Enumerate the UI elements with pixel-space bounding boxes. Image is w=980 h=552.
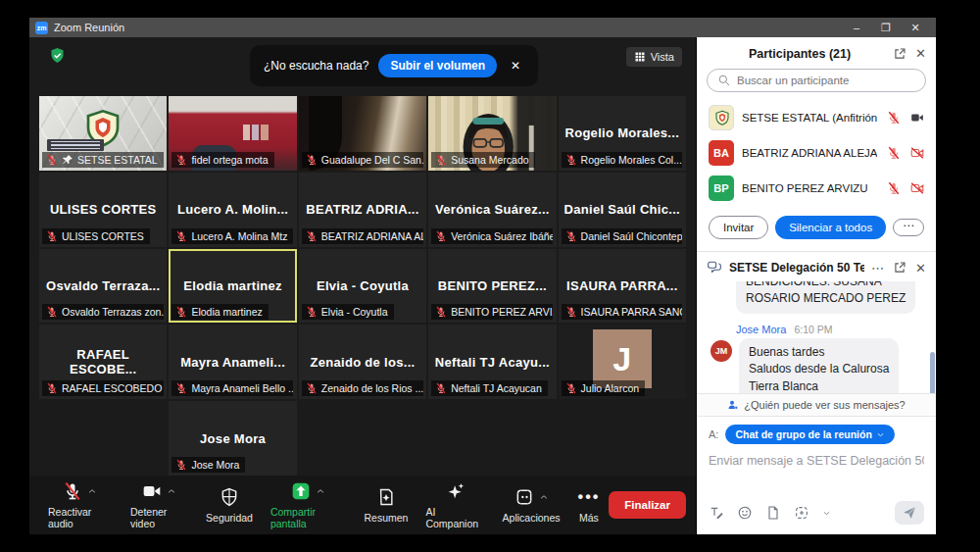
- close-participants-icon[interactable]: ✕: [915, 46, 926, 61]
- sparkle-icon: [446, 481, 466, 501]
- screenshot-icon[interactable]: [794, 505, 809, 521]
- mic-muted-icon: [887, 181, 901, 195]
- setse-logo: [714, 110, 730, 125]
- mic-muted-icon: [435, 306, 447, 318]
- notification-close-icon[interactable]: ✕: [507, 59, 524, 73]
- video-tile-elodia-active-speaker[interactable]: Elodia martinez Elodia martinez: [169, 249, 296, 324]
- end-meeting-button[interactable]: Finalizar: [609, 491, 686, 519]
- participant-row-setse[interactable]: SETSE ESTATAL (Anfitrión, yo): [705, 100, 928, 135]
- video-tile-fidel[interactable]: fidel ortega mota: [169, 96, 296, 171]
- video-tile-susana[interactable]: Susana Mercado: [428, 96, 556, 171]
- chat-recipient-selector[interactable]: Chat de grupo de la reunión: [725, 425, 894, 444]
- close-chat-icon[interactable]: ✕: [915, 261, 926, 276]
- restore-button[interactable]: ❐: [871, 22, 901, 34]
- video-tile-daniel[interactable]: Daniel Saúl Chic... Daniel Saúl Chiconte…: [559, 173, 686, 247]
- side-panel: Participantes (21) ✕ SETSE ESTA: [696, 37, 936, 534]
- avatar: BP: [709, 176, 734, 201]
- participant-search[interactable]: [707, 69, 926, 92]
- camera-on-icon: [910, 111, 924, 125]
- mic-muted-icon: [175, 154, 187, 166]
- video-tile-rogelio[interactable]: Rogelio Morales... Rogelio Morales Col..…: [559, 96, 686, 171]
- chat-privacy-note[interactable]: ¿Quién puede ver sus mensajes?: [697, 393, 936, 417]
- view-button[interactable]: Vista: [626, 47, 682, 67]
- tile-label: ISAURA PARRA SANC...: [562, 304, 683, 320]
- tile-label: RAFAEL ESCOBEDO (P...: [42, 380, 164, 396]
- tile-label: Verónica Suárez Ibáñez: [431, 228, 553, 244]
- send-icon: [902, 505, 917, 521]
- mute-all-button[interactable]: Silenciar a todos: [775, 216, 886, 239]
- tile-label: Jose Mora: [172, 457, 245, 473]
- popout-icon[interactable]: [893, 261, 906, 275]
- popout-icon[interactable]: [893, 47, 906, 61]
- apps-button[interactable]: Aplicaciones: [494, 486, 569, 524]
- to-label: A:: [709, 428, 718, 440]
- participants-title: Participantes (21): [707, 47, 893, 61]
- mic-muted-icon: [63, 481, 82, 501]
- video-tile-guadalupe[interactable]: Guadalupe Del C San...: [299, 96, 426, 171]
- chat-section: SETSE Delegación 50 Teleb... ⋯ ✕ BENDICI…: [697, 252, 936, 534]
- share-screen-icon: [291, 481, 311, 501]
- mic-muted-icon: [565, 382, 577, 394]
- video-tile-setse-estatal[interactable]: SETSE ESTATAL: [39, 96, 167, 171]
- more-options-button[interactable]: ⋯: [893, 219, 924, 236]
- video-tile-isaura[interactable]: ISAURA PARRA... ISAURA PARRA SANC...: [559, 249, 686, 324]
- search-input[interactable]: [737, 75, 915, 86]
- close-button[interactable]: ✕: [901, 22, 930, 34]
- chat-more-icon[interactable]: ⋯: [871, 261, 884, 276]
- attach-file-icon[interactable]: [765, 505, 781, 521]
- chat-bubbles-icon: [707, 260, 722, 276]
- send-button[interactable]: [895, 501, 924, 525]
- participant-row-beatriz[interactable]: BA BEATRIZ ADRIANA ALEJANDRE: [705, 135, 928, 171]
- chat-messages[interactable]: BENDICIONES: SUSANA ROSARIO MERCADO PERE…: [697, 281, 936, 393]
- chevron-up-icon[interactable]: [316, 486, 325, 496]
- video-tile-zenaido[interactable]: Zenaido de los... Zenaido de los Rios ..…: [299, 325, 426, 399]
- camera-icon: [142, 481, 162, 501]
- chevron-down-icon: [876, 430, 885, 439]
- meeting-security-shield-icon[interactable]: [49, 47, 66, 64]
- video-tile-julio[interactable]: J Julio Alarcon: [559, 325, 686, 399]
- raise-volume-button[interactable]: Subir el volumen: [378, 54, 497, 77]
- chevron-down-icon[interactable]: [822, 509, 831, 518]
- video-tile-ulises[interactable]: ULISES CORTES ULISES CORTES: [39, 173, 167, 247]
- tile-label: SETSE ESTATAL: [42, 152, 164, 168]
- ai-companion-button[interactable]: AI Companion: [416, 480, 493, 529]
- tile-label: Zenaido de los Rios ...: [302, 380, 423, 396]
- invite-button[interactable]: Invitar: [709, 216, 768, 239]
- pin-icon: [62, 154, 74, 166]
- summary-button[interactable]: Resumen: [355, 486, 416, 524]
- video-tile-veronica[interactable]: Verónica Suárez... Verónica Suárez Ibáñe…: [428, 173, 556, 247]
- chat-message-input[interactable]: [709, 454, 924, 468]
- chevron-up-icon[interactable]: [167, 486, 176, 496]
- chevron-up-icon[interactable]: [539, 492, 549, 502]
- more-button[interactable]: ••• Más: [569, 486, 610, 524]
- video-tile-lucero[interactable]: Lucero A. Molin... Lucero A. Molina Mtz: [169, 173, 296, 247]
- window-title: Zoom Reunión: [54, 22, 124, 33]
- tile-label: Susana Mercado: [431, 152, 534, 168]
- camera-off-icon: [910, 181, 924, 195]
- mic-muted-icon: [175, 459, 187, 471]
- video-tile-jose-mora[interactable]: Jose Mora Jose Mora: [169, 401, 296, 476]
- chat-scrollbar[interactable]: [930, 352, 935, 393]
- video-tile-benito[interactable]: BENITO PEREZ... BENITO PEREZ ARVIZU: [428, 249, 556, 324]
- format-text-icon[interactable]: [709, 505, 724, 521]
- stop-video-button[interactable]: Detener video: [122, 480, 197, 529]
- security-button[interactable]: Seguridad: [197, 486, 262, 524]
- tile-label: BEATRIZ ADRIANA AL...: [302, 228, 423, 244]
- video-tile-neftali[interactable]: Neftali TJ Acayu... Neftali TJ Acayucan: [428, 325, 556, 399]
- minimize-button[interactable]: –: [842, 22, 871, 34]
- video-tile-beatriz[interactable]: BEATRIZ ADRIA... BEATRIZ ADRIANA AL...: [299, 173, 426, 247]
- mic-muted-icon: [435, 154, 447, 166]
- emoji-icon[interactable]: [737, 505, 753, 521]
- mic-muted-icon: [175, 230, 187, 242]
- video-tile-mayra[interactable]: Mayra Anameli... Mayra Anameli Bello ...: [169, 325, 296, 399]
- chevron-up-icon[interactable]: [87, 486, 97, 496]
- video-tile-osvaldo[interactable]: Osvaldo Terraza... Osvaldo Terrazas zon.…: [39, 249, 167, 324]
- video-tile-elvia[interactable]: Elvia - Coyutla Elvia - Coyutla: [299, 249, 426, 324]
- share-screen-button[interactable]: Compartir pantalla: [262, 480, 356, 529]
- unmute-audio-button[interactable]: Reactivar audio: [39, 480, 122, 529]
- participant-row-benito[interactable]: BP BENITO PEREZ ARVIZU: [705, 171, 928, 206]
- mic-muted-icon: [565, 154, 577, 166]
- tile-label: Julio Alarcon: [562, 380, 646, 396]
- video-tile-rafael[interactable]: RAFAEL ESCOBE... RAFAEL ESCOBEDO (P...: [39, 325, 167, 399]
- message-author: Jose Mora: [736, 324, 786, 335]
